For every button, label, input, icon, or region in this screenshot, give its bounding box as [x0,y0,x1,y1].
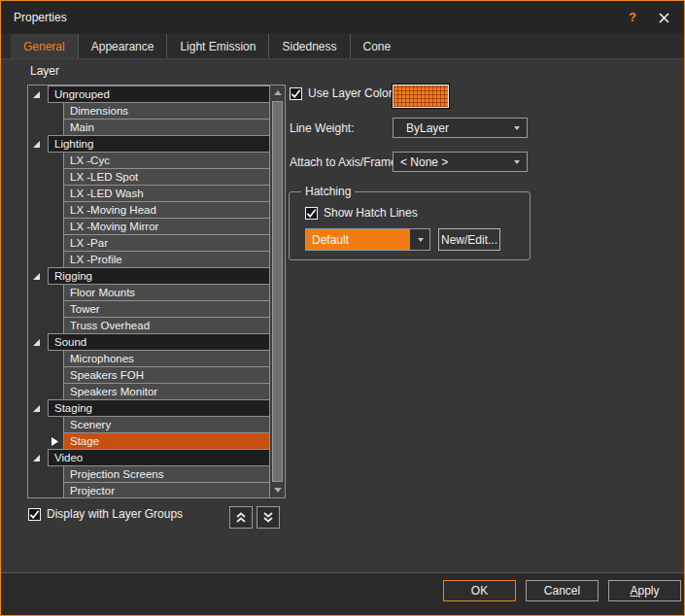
tree-row-label: Rigging [54,270,92,282]
tree-row-label: Main [70,121,94,133]
layer-group-label: Layer [30,64,59,78]
scroll-down-icon[interactable] [270,483,285,497]
new-edit-button[interactable]: New/Edit... [438,228,500,251]
footer-bar: OK Cancel Apply [1,573,684,615]
tab-cone[interactable]: Cone [350,34,404,58]
tree-row-label: Projector [70,485,115,496]
tree-row-sound[interactable]: Sound [28,333,270,351]
tree-row-label: Speakers FOH [70,369,144,381]
tree-row-floor-mounts[interactable]: Floor Mounts [28,284,270,301]
show-hatch-lines-label: Show Hatch Lines [324,206,418,220]
dropdown-arrow-section [410,229,429,250]
tab-light-emission[interactable]: Light Emission [166,34,268,58]
hatch-pattern-dropdown[interactable]: Default [305,228,430,251]
tree-row-lx-cyc[interactable]: LX -Cyc [28,152,270,169]
display-with-layer-groups-checkbox[interactable]: Display with Layer Groups [28,507,183,521]
tree-row-lx-moving-mirror[interactable]: LX -Moving Mirror [28,218,270,235]
scrollbar-thumb[interactable] [272,101,283,482]
move-layer-up-button[interactable] [229,506,253,529]
row-gutter [28,185,63,202]
row-gutter [28,152,63,169]
group-expanded-icon[interactable] [28,399,48,417]
tree-row-label: Floor Mounts [70,287,135,298]
checkbox-check-icon [28,508,41,521]
scroll-up-icon[interactable] [270,86,285,100]
tree-row-label: Tower [70,303,100,315]
tree-row-label: Truss Overhead [70,320,150,331]
row-gutter [28,119,63,136]
row-gutter [28,317,63,334]
help-icon[interactable]: ? [625,10,640,25]
row-gutter [28,284,63,301]
tab-sidedness[interactable]: Sidedness [268,34,349,58]
use-layer-color-checkbox[interactable]: Use Layer Color [290,86,393,100]
tab-appearance[interactable]: Appearance [78,34,167,58]
tree-row-rigging[interactable]: Rigging [28,267,270,285]
line-weight-dropdown[interactable]: ByLayer [393,118,528,138]
show-hatch-lines-checkbox[interactable]: Show Hatch Lines [305,206,418,220]
group-expanded-icon[interactable] [28,333,48,351]
tree-row-label: Scenery [70,419,111,430]
tree-row-dimensions[interactable]: Dimensions [28,102,270,120]
hatch-pattern-value: Default [306,229,410,250]
tree-row-label: LX -Cyc [70,154,110,166]
tree-row-speakers-monitor[interactable]: Speakers Monitor [28,383,270,400]
row-gutter [28,350,63,367]
row-gutter [28,300,63,318]
tree-row-lx-led-wash[interactable]: LX -LED Wash [28,185,270,202]
group-expanded-icon[interactable] [28,449,48,466]
tree-row-label: Sound [54,336,86,348]
checkbox-check-icon [290,87,302,100]
tree-row-microphones[interactable]: Microphones [28,350,270,367]
apply-button[interactable]: Apply [608,580,681,601]
cancel-button[interactable]: Cancel [526,580,599,601]
tab-content-divider [1,58,684,59]
row-gutter [28,465,63,483]
close-icon[interactable] [656,10,671,25]
tree-row-label: LX -LED Wash [70,188,144,199]
row-gutter [28,251,63,268]
row-gutter [28,482,63,497]
move-layer-down-button[interactable] [257,506,280,529]
tree-scrollbar[interactable] [270,86,285,497]
layer-color-swatch[interactable] [393,85,449,108]
tree-row-lighting[interactable]: Lighting [28,135,270,153]
tree-row-scenery[interactable]: Scenery [28,416,270,433]
double-chevron-up-icon [234,511,248,524]
row-gutter [28,383,63,400]
tree-row-label: Ungrouped [54,88,110,100]
tree-row-label: LX -LED Spot [70,171,138,183]
tab-general[interactable]: General [11,34,78,58]
tree-row-label: Speakers Monitor [70,386,157,397]
tree-row-main[interactable]: Main [28,119,270,136]
tree-row-video[interactable]: Video [28,449,270,466]
tree-row-speakers-foh[interactable]: Speakers FOH [28,366,270,384]
group-expanded-icon[interactable] [28,135,48,153]
attach-axis-frame-label: Attach to Axis/Frame: [290,155,400,169]
tree-row-projector[interactable]: Projector [28,482,270,497]
display-with-layer-groups-label: Display with Layer Groups [47,507,183,521]
tree-row-label: Projection Screens [70,468,164,480]
tree-row-truss-overhead[interactable]: Truss Overhead [28,317,270,334]
selected-row-pointer-icon [28,432,63,450]
tree-row-stage[interactable]: Stage [28,432,270,450]
group-expanded-icon[interactable] [28,267,48,285]
tree-row-lx-led-spot[interactable]: LX -LED Spot [28,168,270,186]
tree-row-label: Staging [54,402,92,414]
attach-axis-frame-dropdown[interactable]: < None > [393,152,528,172]
tree-row-lx-profile[interactable]: LX -Profile [28,251,270,268]
tree-row-label: LX -Moving Head [70,204,156,216]
tree-row-tower[interactable]: Tower [28,300,270,318]
row-gutter [28,168,63,186]
caret-down-icon [514,160,520,164]
attach-axis-frame-value: < None > [400,155,448,169]
tree-row-staging[interactable]: Staging [28,399,270,417]
tree-row-lx-moving-head[interactable]: LX -Moving Head [28,201,270,219]
tree-row-lx-par[interactable]: LX -Par [28,234,270,252]
checkbox-check-icon [305,207,318,220]
group-expanded-icon[interactable] [28,86,48,103]
tree-row-projection-screens[interactable]: Projection Screens [28,465,270,483]
tree-row-ungrouped[interactable]: Ungrouped [28,86,270,103]
ok-button[interactable]: OK [443,580,516,601]
tree-row-label: Microphones [70,353,134,364]
